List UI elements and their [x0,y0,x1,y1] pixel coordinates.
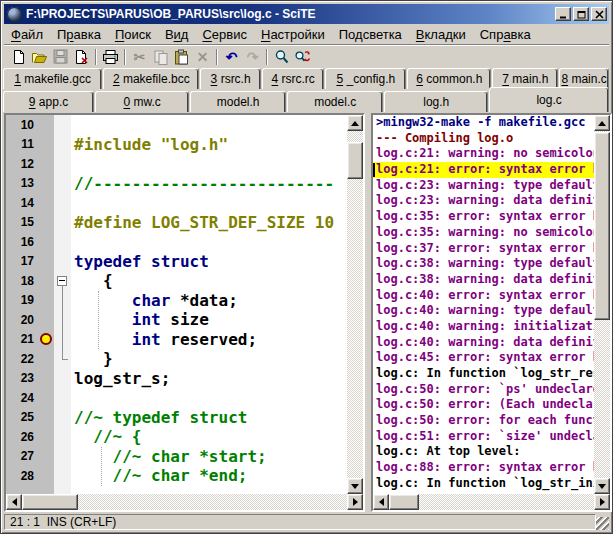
scroll-right-button[interactable] [594,494,610,510]
menu-item-6[interactable]: Настройки [254,25,332,44]
close-button[interactable] [591,7,607,21]
scroll-left-button[interactable] [6,494,22,510]
menu-item-1[interactable]: Файл [4,25,50,44]
line-number[interactable]: 19 [6,291,38,311]
output-line[interactable]: log.c:23: warning: data definit [373,193,594,209]
code-line-28[interactable]: //~ char *end; [71,466,347,486]
output-line[interactable]: log.c:23: warning: type default [373,178,594,194]
tab-6-common.h[interactable]: 6 common.h [407,68,491,89]
output-line[interactable]: log.c:40: warning: type default [373,303,594,319]
line-number[interactable]: 22 [6,349,38,369]
output-hscroll-thumb[interactable] [389,494,419,510]
code-line-19[interactable]: char *data; [71,291,347,311]
menu-item-2[interactable]: Правка [50,25,108,44]
menu-item-5[interactable]: Сервис [195,25,254,44]
output-line[interactable]: >mingw32-make -f makefile.gcc [373,115,594,131]
output-line[interactable]: log.c:37: error: syntax error b [373,241,594,257]
tab-8-main.c[interactable]: 8 main.c [559,68,609,89]
code-line-22[interactable]: } [71,349,347,369]
output-vertical-scrollbar[interactable] [594,115,610,494]
code-line-16[interactable] [71,232,347,252]
output-line[interactable]: log.c:40: warning: data definit [373,335,594,351]
scroll-up-button[interactable] [347,115,363,131]
line-number[interactable]: 18 [6,271,38,291]
tab-model.c[interactable]: model.c [287,91,383,112]
output-vscroll-thumb[interactable] [594,132,610,320]
output-line[interactable]: log.c:40: error: syntax error b [373,288,594,304]
code-line-25[interactable]: //~ typedef struct [71,408,347,428]
code-line-20[interactable]: int size [71,310,347,330]
line-number[interactable]: 27 [6,447,38,467]
output-line-selected[interactable]: log.c:21: error: syntax error b [373,162,594,178]
line-number[interactable]: 15 [6,213,38,233]
code-line-14[interactable] [71,193,347,213]
code-line-13[interactable]: //------------------------- [71,174,347,194]
scroll-down-button[interactable] [594,478,610,494]
code-line-11[interactable]: #include "log.h" [71,135,347,155]
line-number[interactable]: 14 [6,193,38,213]
menu-item-8[interactable]: Вкладки [409,25,473,44]
line-number[interactable]: 26 [6,427,38,447]
output-line[interactable]: log.c: In function `log_str_res [373,366,594,382]
menu-item-7[interactable]: Подсветка [332,25,409,44]
close-file-button[interactable] [71,48,92,66]
tab-log.c[interactable]: log.c [489,87,609,112]
tab-1-makefile.gcc[interactable]: 1 makefile.gcc [3,68,102,89]
output-line[interactable]: log.c:50: error: `ps' undeclare [373,382,594,398]
output-line[interactable]: log.c:21: warning: no semicolon [373,146,594,162]
output-line[interactable]: log.c:88: error: syntax error b [373,460,594,476]
line-number[interactable]: 23 [6,369,38,389]
fold-collapse-icon[interactable] [57,276,67,286]
editor-hscroll-thumb[interactable] [22,494,78,510]
open-file-button[interactable] [29,48,50,66]
output-line[interactable]: log.c:51: error: `size' undecla [373,429,594,445]
output-line[interactable]: --- Compiling log.o [373,131,594,147]
code-line-21[interactable]: int reserved; [71,330,347,350]
output-line[interactable]: log.c:35: warning: no semicolon [373,225,594,241]
code-line-23[interactable]: log_str_s; [71,369,347,389]
find-mark-button[interactable] [292,48,313,66]
line-number[interactable]: 17 [6,252,38,272]
marker-margin[interactable] [38,115,54,494]
code-line-12[interactable] [71,154,347,174]
minimize-button[interactable] [555,7,571,21]
menu-item-9[interactable]: Справка [473,25,538,44]
editor-vertical-scrollbar[interactable] [347,115,363,494]
output-line[interactable]: log.c:40: warning: initializati [373,319,594,335]
scroll-right-button[interactable] [347,494,363,510]
line-number[interactable]: 20 [6,310,38,330]
maximize-button[interactable] [573,7,589,21]
code-line-18[interactable]: { [71,271,347,291]
output-area[interactable]: >mingw32-make -f makefile.gcc--- Compili… [373,115,594,494]
line-number[interactable]: 11 [6,135,38,155]
code-line-15[interactable]: #define LOG_STR_DEF_SIZE 10 [71,213,347,233]
code-line-10[interactable] [71,115,347,135]
code-line-26[interactable]: //~ { [71,427,347,447]
new-file-button[interactable] [8,48,29,66]
output-line[interactable]: log.c: In function `log_str_ini [373,476,594,492]
line-number-margin[interactable]: 10111213141516171819202122232425262728 [6,115,38,494]
output-line[interactable]: log.c:38: warning: type default [373,256,594,272]
tab-9-app.c[interactable]: 9 app.c [3,91,94,112]
scroll-left-button[interactable] [373,494,389,510]
line-number[interactable]: 12 [6,154,38,174]
line-number[interactable]: 24 [6,388,38,408]
undo-button[interactable]: ↶ [221,48,242,66]
tab-2-makefile.bcc[interactable]: 2 makefile.bcc [103,68,199,89]
editor-horizontal-scrollbar[interactable] [6,494,363,510]
output-line[interactable]: log.c:50: error: (Each undeclar [373,397,594,413]
scroll-up-button[interactable] [594,115,610,131]
line-number[interactable]: 25 [6,408,38,428]
line-number[interactable]: 10 [6,115,38,135]
line-number[interactable]: 16 [6,232,38,252]
line-number[interactable]: 13 [6,174,38,194]
tab-5-_config.h[interactable]: 5 _config.h [325,68,406,89]
output-horizontal-scrollbar[interactable] [373,494,610,510]
output-line[interactable]: log.c:45: error: syntax error b [373,350,594,366]
tab-log.h[interactable]: log.h [384,91,488,112]
code-line-17[interactable]: typedef struct [71,252,347,272]
menu-item-4[interactable]: Вид [158,25,196,44]
tab-7-main.h[interactable]: 7 main.h [492,68,558,89]
line-number[interactable]: 28 [6,466,38,486]
code-line-24[interactable] [71,388,347,408]
